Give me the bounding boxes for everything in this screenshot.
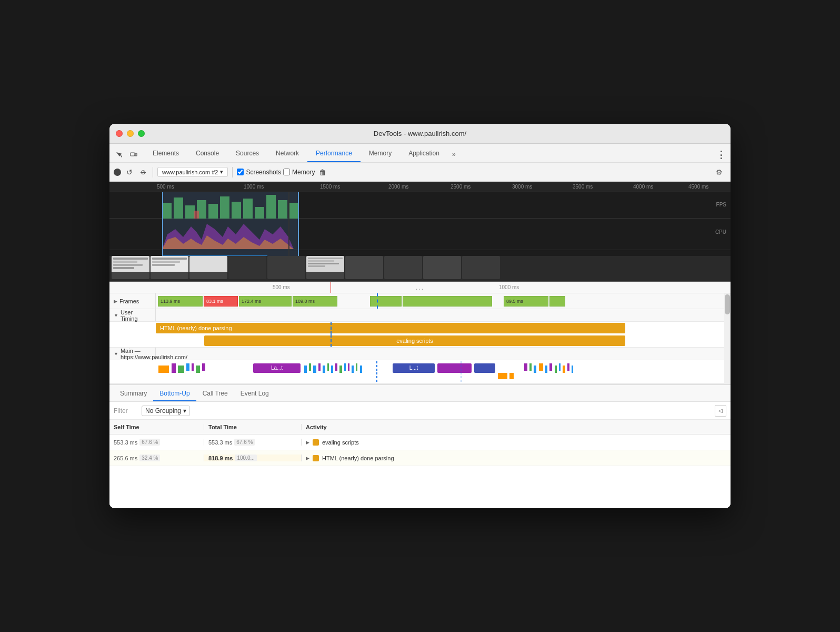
svg-rect-3 — [174, 197, 183, 219]
screenshot-thumb[interactable] — [462, 256, 500, 279]
frame-block[interactable] — [370, 296, 402, 307]
svg-rect-0 — [131, 153, 135, 156]
self-pct-1: 67.6 % — [139, 439, 160, 446]
grouping-selector[interactable]: No Grouping ▾ — [142, 406, 190, 416]
title-bar: DevTools - www.paulirish.com/ — [109, 124, 731, 144]
tab-performance[interactable]: Performance — [307, 145, 361, 162]
activity-label-1: evaling scripts — [322, 439, 359, 446]
svg-rect-21 — [186, 363, 189, 371]
toolbar-divider-1 — [153, 167, 153, 177]
tab-summary[interactable]: Summary — [114, 387, 153, 401]
svg-rect-23 — [196, 366, 200, 373]
table-row[interactable]: 265.6 ms 32.4 % 818.9 ms 100.0... ▶ HTML… — [109, 450, 731, 466]
maximize-button[interactable] — [138, 130, 145, 137]
tab-application[interactable]: Application — [400, 145, 448, 162]
tab-event-log[interactable]: Event Log — [234, 387, 275, 401]
frame-block[interactable] — [549, 296, 565, 307]
collapse-panel-button[interactable]: ◁ — [715, 405, 726, 417]
screenshot-thumb[interactable] — [384, 256, 422, 279]
screenshot-thumb[interactable] — [345, 256, 383, 279]
tab-elements[interactable]: Elements — [144, 145, 187, 162]
tab-network[interactable]: Network — [267, 145, 307, 162]
screenshot-thumb[interactable] — [267, 256, 305, 279]
fps-chart — [109, 192, 731, 219]
frame-block[interactable]: 109.0 ms — [293, 296, 337, 307]
frame-block[interactable]: 172.4 ms — [239, 296, 292, 307]
svg-rect-30 — [318, 363, 321, 371]
frames-expand-arrow[interactable]: ▶ — [114, 299, 117, 304]
self-pct-2: 32.4 % — [139, 455, 160, 461]
settings-button[interactable]: ⚙ — [712, 165, 726, 180]
record-button[interactable] — [114, 169, 121, 176]
memory-checkbox[interactable] — [283, 169, 290, 175]
screenshot-thumb[interactable] — [112, 256, 149, 279]
close-button[interactable] — [116, 130, 123, 137]
screenshots-checkbox[interactable] — [237, 169, 244, 175]
svg-rect-4 — [185, 205, 195, 219]
self-time-value-1: 553.3 ms — [114, 439, 137, 446]
screenshot-thumb[interactable] — [306, 256, 344, 279]
more-options-button[interactable]: ⋮ — [714, 147, 728, 162]
screenshot-thumb[interactable] — [151, 256, 188, 279]
user-timing-label-area: ▼ User Timing — [109, 309, 156, 321]
memory-checkbox-label[interactable]: Memory — [283, 169, 315, 176]
svg-rect-34 — [335, 363, 337, 371]
screenshot-thumb[interactable] — [423, 256, 461, 279]
tab-bottom-up[interactable]: Bottom-Up — [153, 387, 196, 401]
session-value: www.paulirish.com #2 — [162, 169, 218, 175]
ruler-1500ms-dark: 1500 ms — [320, 184, 340, 190]
activity-icon-2 — [313, 455, 319, 461]
cell-total-time-1: 553.3 ms 67.6 % — [204, 439, 302, 446]
svg-rect-57 — [567, 363, 569, 371]
ruler-4000ms-dark: 4000 ms — [633, 184, 653, 190]
evaling-scripts-bar[interactable]: evaling scripts — [204, 335, 625, 346]
html-parsing-bar[interactable]: HTML (nearly) done parsing — [156, 323, 625, 333]
user-timing-expand-arrow[interactable]: ▼ — [114, 313, 118, 318]
reload-button[interactable]: ↺ — [123, 166, 136, 179]
bottom-panel: Summary Bottom-Up Call Tree Event Log Fi… — [109, 384, 731, 508]
minimize-button[interactable] — [127, 130, 134, 137]
tab-memory[interactable]: Memory — [361, 145, 400, 162]
window-title: DevTools - www.paulirish.com/ — [374, 130, 466, 137]
main-label: Main — https://www.paulirish.com/ — [121, 348, 187, 360]
tab-sources[interactable]: Sources — [227, 145, 267, 162]
toolbar-divider-2 — [232, 167, 233, 177]
scrollbar-thumb[interactable] — [725, 294, 730, 314]
scrollbar-track[interactable] — [724, 293, 731, 384]
self-time-value-2: 265.6 ms — [114, 455, 137, 461]
total-time-value-1: 553.3 ms — [208, 439, 232, 446]
frame-block-highlighted[interactable]: 83.1 ms — [204, 296, 238, 307]
activity-label-2: HTML (nearly) done parsing — [322, 455, 394, 461]
svg-rect-54 — [555, 366, 557, 373]
main-expand-arrow[interactable]: ▼ — [114, 351, 118, 357]
cell-total-time-2: 818.9 ms 100.0... — [204, 455, 302, 461]
expand-row-2[interactable]: ▶ — [306, 456, 309, 461]
frame-block[interactable]: 89.5 ms — [504, 296, 548, 307]
screenshots-checkbox-label[interactable]: Screenshots — [237, 169, 281, 176]
tab-console[interactable]: Console — [187, 145, 227, 162]
col-header-self-time: Self Time — [109, 424, 204, 430]
user-timing-label: User Timing — [121, 309, 151, 322]
clear-button[interactable]: ⊘ — [138, 167, 148, 177]
red-cursor-line — [331, 282, 331, 293]
frame-block[interactable] — [403, 296, 492, 307]
tab-call-tree[interactable]: Call Tree — [196, 387, 234, 401]
cell-self-time-1: 553.3 ms 67.6 % — [109, 439, 204, 446]
screenshot-thumb[interactable] — [228, 256, 266, 279]
svg-rect-33 — [331, 366, 333, 373]
device-mode-icon[interactable] — [126, 147, 141, 162]
cell-activity-2: ▶ HTML (nearly) done parsing — [302, 455, 731, 461]
select-element-icon[interactable] — [112, 147, 126, 162]
table-row[interactable]: 553.3 ms 67.6 % 553.3 ms 67.6 % ▶ evalin… — [109, 434, 731, 450]
trash-button[interactable]: 🗑 — [319, 168, 326, 176]
session-selector[interactable]: www.paulirish.com #2 ▾ — [157, 167, 228, 177]
tabs-overflow[interactable]: » — [448, 146, 460, 162]
filter-label: Filter — [114, 407, 137, 414]
frame-block[interactable]: 113.9 ms — [158, 296, 203, 307]
frame-time: 172.4 ms — [242, 299, 261, 304]
expand-row-1[interactable]: ▶ — [306, 440, 309, 445]
svg-rect-1 — [135, 153, 137, 156]
screenshot-thumb[interactable] — [189, 256, 227, 279]
activity-icon-1 — [313, 439, 319, 446]
svg-rect-28 — [309, 363, 311, 371]
